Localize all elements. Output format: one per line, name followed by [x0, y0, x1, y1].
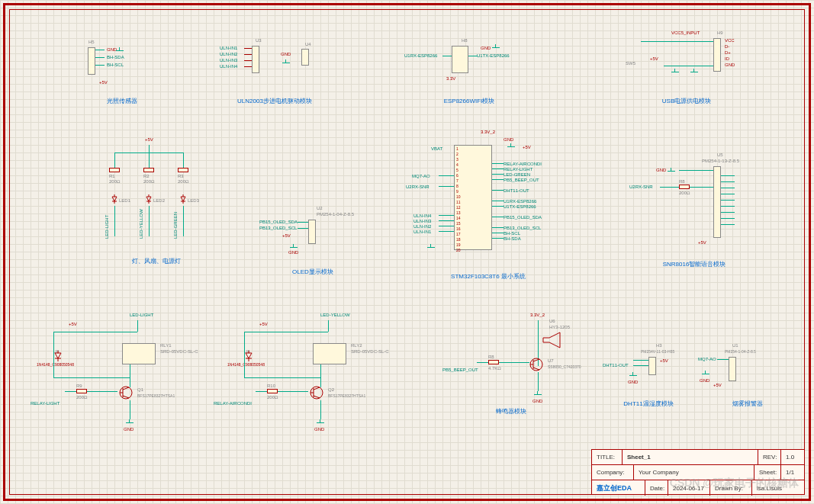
- wire: [633, 360, 648, 361]
- net-u1rx: U1RX-ESP8266: [404, 53, 437, 58]
- logo: 嘉立创EDA: [592, 480, 645, 496]
- rval-r8b: 4.7KΩ: [488, 366, 501, 371]
- net-led-green: LED-GREEN: [173, 212, 178, 239]
- rval: 200Ω: [178, 179, 189, 184]
- wire: [492, 233, 504, 233]
- pin-5v: +5V: [650, 56, 658, 61]
- block-snr: U5 PM254-1-13-Z-8.5 GND R8 200Ω U2RX-SNR…: [626, 152, 763, 252]
- wire: [137, 320, 138, 332]
- net-relay-aircondi: RELAY-AIRCONDI: [214, 401, 252, 406]
- pin-vcc: VCC: [725, 38, 735, 43]
- net-uln3: ULN-IN3: [413, 219, 431, 223]
- block-relay2: LED-YELLOW +5V RLY2 SRD-05VDC-SL-C U8 1N…: [221, 313, 389, 435]
- wire: [244, 66, 252, 67]
- block-leds: +5V R1 R2 R3 200Ω 200Ω 200Ω LED1 LED2 LE…: [99, 137, 214, 252]
- pin-gnd: GND: [288, 250, 298, 255]
- wire: [492, 190, 504, 191]
- sheet-title: Sheet_1: [623, 450, 758, 464]
- net-relay-light: RELAY-LIGHT: [504, 167, 532, 172]
- gnd-symbol: [507, 143, 515, 149]
- ref-r2: R2: [143, 174, 150, 178]
- net-uln-in4: ULN-IN4: [220, 64, 237, 69]
- net-uln-in2: ULN-IN2: [220, 52, 237, 56]
- gnd-symbol: [290, 244, 298, 250]
- net-uln-in1: ULN-IN1: [220, 46, 237, 50]
- transistor-icon: [529, 357, 544, 372]
- net-bh-sda: BH-SDA: [504, 236, 521, 241]
- pin-5v: +5V: [523, 145, 531, 149]
- pin-5v: +5V: [713, 383, 722, 387]
- block-relay1: LED-LIGHT +5V RLY1 SRD-05VDC-SL-C U8 1N4…: [31, 313, 198, 435]
- pin-gnd: GND: [532, 399, 542, 403]
- wire: [53, 332, 54, 377]
- wire: [492, 227, 504, 228]
- wire: [721, 218, 735, 219]
- wire: [492, 169, 504, 169]
- net-led-light: LED-LIGHT: [130, 313, 153, 317]
- block-title: 烟雾报警器: [702, 400, 793, 408]
- wire: [492, 206, 504, 207]
- pin-gnd: GND: [281, 52, 291, 56]
- net-bh-sda: BH-SDA: [107, 55, 124, 59]
- resistor-r8: [679, 185, 690, 189]
- block-title: 光照传感器: [76, 97, 168, 105]
- connector: [648, 357, 656, 375]
- ref-rly2: RLY2: [351, 343, 362, 348]
- part-snr: PM254-1-13-Z-8.5: [702, 159, 739, 163]
- net-oled-sda: PB15_OLED_SDA: [504, 215, 542, 220]
- wire: [492, 174, 504, 175]
- net-bh-scl: BH-SCL: [107, 63, 124, 67]
- wire: [95, 57, 105, 58]
- wire: [244, 377, 320, 378]
- net-led-green: LED-GREEN: [504, 172, 530, 177]
- connector: [88, 47, 95, 75]
- block-title: 灯、风扇、电源灯: [99, 257, 214, 265]
- wire: [492, 217, 504, 217]
- wire: [439, 226, 454, 226]
- wire: [660, 187, 679, 188]
- label-date: Date:: [645, 480, 668, 496]
- net-vbat: VBAT: [431, 146, 442, 151]
- rval-r9: 200Ω: [76, 395, 88, 400]
- pin-gnd: GND: [314, 427, 324, 432]
- block-usb-power: VCC5_INPUT H9 VCC D- D+ ID GND SW5 +5V U…: [618, 30, 755, 91]
- ref-r8b: R8: [488, 355, 494, 359]
- block-light-sensor: H5 GND BH-SDA BH-SCL +5V 光照传感器: [76, 38, 168, 91]
- net-u2rx: U2RX-SNR: [406, 185, 430, 189]
- block-title: DHT11温湿度模块: [603, 400, 694, 408]
- pin-dplus: D+: [725, 50, 731, 55]
- net-oled-scl: PB13_OLED_SCL: [504, 226, 541, 230]
- gnd-symbol: [116, 47, 124, 53]
- part-rly1: SRD-05VDC-SL-C: [160, 349, 198, 354]
- ref-rly1: RLY1: [160, 343, 172, 348]
- wire: [183, 152, 184, 168]
- pin-5v: +5V: [145, 137, 153, 142]
- block-title: ESP8266WIFI模块: [404, 97, 534, 105]
- wire: [244, 332, 245, 377]
- wire: [53, 377, 130, 378]
- gnd-symbol: [317, 419, 324, 425]
- pin-gnd: GND: [504, 137, 513, 142]
- connector: [452, 46, 468, 73]
- label-vcc5: VCC5_INPUT: [671, 30, 700, 35]
- wire: [721, 175, 735, 176]
- net-dht11: DHT11-OUT: [504, 188, 529, 193]
- wire: [328, 320, 329, 332]
- block-buzzer: 3.3V_2 U6 HY3-1205 R8 4.7KΩ PB5_BEEP_OUT…: [442, 313, 580, 412]
- net-oled-sda: PB15_OLED_SDA: [259, 220, 298, 224]
- pin-5v: +5V: [99, 80, 108, 85]
- gnd-symbol: [668, 168, 675, 174]
- block-esp8266: H8 U1RX-ESP8266 U1TX-ESP8266 GND 3.3V ES…: [404, 38, 534, 91]
- wire: [320, 400, 321, 419]
- wire: [114, 206, 115, 236]
- wire: [664, 66, 713, 66]
- pin-gnd: GND: [725, 63, 735, 67]
- part-diode2: 1N4148_C908050548: [227, 362, 265, 367]
- block-title: OLED显示模块: [259, 268, 366, 276]
- block-stm32: 3.3V_2 GND +5V VBAT MQ7-AO U2RX-SNR ULN-…: [404, 130, 572, 267]
- part-buzzer: HY3-1205: [549, 325, 570, 329]
- gnd-symbol: [702, 371, 709, 377]
- wire: [87, 391, 117, 392]
- gnd-symbol: [690, 69, 698, 75]
- net-uln-in3: ULN-IN3: [220, 58, 237, 63]
